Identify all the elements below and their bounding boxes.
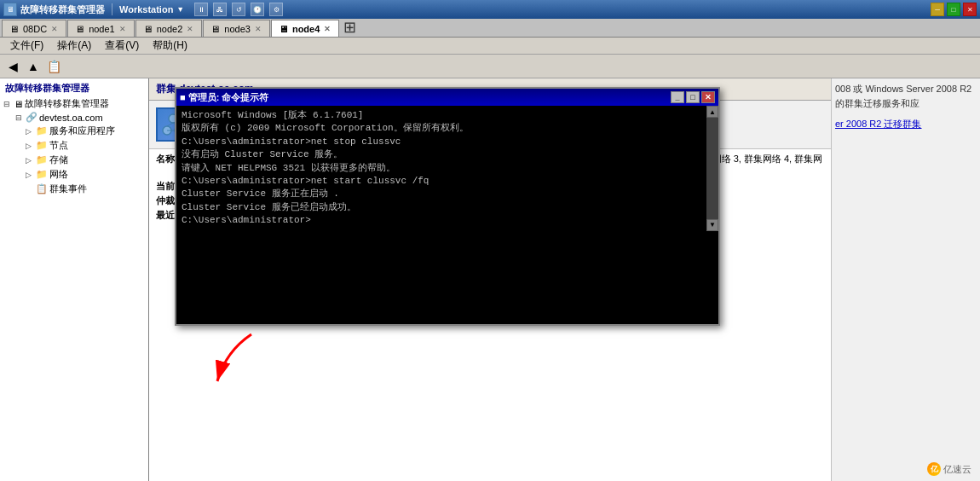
cmd-scroll-track	[706, 118, 718, 219]
clock-icon[interactable]: 🕐	[251, 3, 264, 16]
tab-08dc-close[interactable]: ✕	[50, 25, 59, 33]
menu-help[interactable]: 帮助(H)	[146, 37, 194, 55]
sidebar-item-nodes[interactable]: ▷ 📁 节点	[2, 138, 147, 153]
tab-node3-close[interactable]: ✕	[254, 25, 262, 33]
separator	[112, 3, 112, 15]
title-bar: 🖥 故障转移群集管理器 Workstation ▼ ⏸ 🖧 ↺ 🕐 ⚙ ─ □ …	[0, 0, 980, 19]
tab-node1[interactable]: 🖥 node1 ✕	[67, 20, 135, 37]
tab-node4[interactable]: 🖥 node4 ✕	[271, 20, 339, 37]
refresh-icon[interactable]: ↺	[232, 3, 245, 16]
tab-08dc[interactable]: 🖥 08DC ✕	[2, 20, 66, 37]
sidebar-item-services[interactable]: ▷ 📁 服务和应用程序	[2, 124, 147, 138]
cmd-window: ■ 管理员: 命令提示符 _ □ ✕ Microsoft Windows [版本…	[175, 87, 720, 326]
sidebar-item-network-label: 网络	[49, 168, 68, 181]
menu-action[interactable]: 操作(A)	[50, 37, 98, 55]
menu-view[interactable]: 查看(V)	[98, 37, 146, 55]
tab-node2-icon: 🖥	[143, 24, 153, 34]
arrow-indicator-2	[200, 326, 268, 397]
cmd-line-3: C:\Users\administrator>net stop clussvc	[182, 136, 701, 148]
expand-icon-root[interactable]: ⊟	[3, 100, 12, 108]
tab-node4-label: node4	[292, 24, 320, 34]
expand-icon-services[interactable]: ▷	[26, 127, 34, 136]
right-panel: 008 或 Windows Server 2008 R2 的群集迁移服务和应 e…	[831, 78, 980, 481]
cluster-icon: 🔗	[26, 112, 37, 123]
app-title: 故障转移群集管理器	[20, 3, 105, 16]
content-area: 群集 devtest.oa.com 群集 devtest 的摘要 devtest…	[149, 78, 831, 481]
cmd-maximize-btn[interactable]: □	[686, 91, 700, 103]
workstation-label: Workstation	[119, 4, 173, 14]
sidebar-item-network[interactable]: ▷ 📁 网络	[2, 167, 147, 182]
tab-add-btn[interactable]: ⊞	[343, 19, 356, 37]
workstation-dropdown[interactable]: ▼	[176, 5, 184, 14]
nodes-folder-icon: 📁	[36, 140, 48, 151]
sidebar-item-cluster-label: devtest.oa.com	[39, 113, 103, 123]
sidebar-item-root-label: 故障转移群集管理器	[25, 97, 109, 110]
expand-icon-network[interactable]: ▷	[26, 171, 34, 179]
toolbar-btn2[interactable]: ▲	[24, 57, 43, 76]
cmd-scrollbar[interactable]: ▲ ▼	[706, 106, 718, 231]
cmd-window-controls: _ □ ✕	[671, 91, 715, 103]
sidebar-header: 故障转移群集管理器	[2, 80, 147, 96]
cmd-scroll-up-btn[interactable]: ▲	[706, 106, 718, 118]
sidebar-item-events[interactable]: ▷ 📋 群集事件	[2, 182, 147, 196]
cmd-minimize-btn[interactable]: _	[671, 91, 684, 103]
menu-file[interactable]: 文件(F)	[3, 37, 50, 55]
cmd-line-13: C:\Users\administrator>	[182, 214, 701, 227]
window-controls: ─ □ ✕	[931, 3, 977, 16]
cmd-body[interactable]: Microsoft Windows [版本 6.1.7601] 版权所有 (c)…	[176, 106, 706, 231]
sidebar-item-services-label: 服务和应用程序	[49, 125, 115, 137]
sidebar-item-root[interactable]: ⊟ 🖥 故障转移群集管理器	[2, 96, 147, 111]
minimize-btn[interactable]: ─	[931, 3, 944, 16]
close-btn[interactable]: ✕	[963, 3, 977, 16]
tab-node3-icon: 🖥	[210, 24, 221, 34]
storage-folder-icon: 📁	[36, 154, 48, 165]
tab-08dc-label: 08DC	[23, 24, 47, 34]
tab-node2[interactable]: 🖥 node2 ✕	[135, 20, 203, 37]
cmd-titlebar: ■ 管理员: 命令提示符 _ □ ✕	[176, 89, 718, 106]
network-folder-icon: 📁	[36, 169, 48, 180]
cmd-title-text: ■ 管理员: 命令提示符	[180, 91, 671, 104]
tab-node1-label: node1	[89, 24, 115, 34]
cmd-content: Microsoft Windows [版本 6.1.7601] 版权所有 (c)…	[176, 106, 718, 231]
right-panel-link1[interactable]: er 2008 R2 迁移群集	[835, 117, 977, 132]
cmd-close-btn[interactable]: ✕	[701, 91, 715, 103]
sidebar-item-cluster[interactable]: ⊟ 🔗 devtest.oa.com	[2, 111, 147, 124]
network-icon[interactable]: 🖧	[213, 3, 227, 16]
menu-bar: 文件(F) 操作(A) 查看(V) 帮助(H)	[0, 38, 980, 55]
sidebar-item-events-label: 群集事件	[49, 183, 87, 195]
pause-icon[interactable]: ⏸	[194, 3, 208, 16]
tab-node3[interactable]: 🖥 node3 ✕	[203, 20, 270, 37]
tab-08dc-icon: 🖥	[9, 24, 20, 34]
events-icon: 📋	[36, 183, 48, 194]
toolbar: ◀ ▲ 📋	[0, 55, 980, 78]
bottom-logo: 亿 亿速云	[927, 462, 971, 476]
sidebar-item-storage[interactable]: ▷ 📁 存储	[2, 153, 147, 167]
sidebar: 故障转移群集管理器 ⊟ 🖥 故障转移群集管理器 ⊟ 🔗 devtest.oa.c…	[0, 78, 149, 481]
failover-icon: 🖥	[14, 99, 23, 109]
app-icon: 🖥	[3, 3, 17, 16]
expand-icon-nodes[interactable]: ▷	[26, 142, 34, 150]
cmd-line-9: Cluster Service 服务正在启动 .	[182, 188, 701, 200]
toolbar-btn3[interactable]: 📋	[44, 57, 63, 76]
services-folder-icon: 📁	[36, 125, 48, 136]
tab-node4-close[interactable]: ✕	[323, 25, 331, 33]
maximize-btn[interactable]: □	[947, 3, 960, 16]
tab-node1-close[interactable]: ✕	[118, 25, 127, 33]
tools-icon[interactable]: ⚙	[269, 3, 283, 16]
cmd-line-4: 没有启动 Cluster Service 服务。	[182, 148, 701, 161]
cmd-line-1: 版权所有 (c) 2009 Microsoft Corporation。保留所有…	[182, 122, 701, 135]
cmd-line-6: 请键入 NET HELPMSG 3521 以获得更多的帮助。	[182, 162, 701, 175]
toolbar-btn1[interactable]: ◀	[3, 57, 22, 76]
sidebar-item-storage-label: 存储	[49, 154, 68, 166]
expand-icon-storage[interactable]: ▷	[26, 156, 34, 165]
expand-icon-cluster[interactable]: ⊟	[15, 113, 24, 122]
tab-node4-icon: 🖥	[279, 24, 289, 34]
sidebar-item-nodes-label: 节点	[49, 139, 68, 152]
tab-node2-close[interactable]: ✕	[186, 25, 194, 33]
title-toolbar: ⏸ 🖧 ↺ 🕐 ⚙	[194, 3, 283, 16]
tab-node1-icon: 🖥	[75, 24, 85, 34]
logo-text: 亿速云	[943, 463, 971, 476]
logo-icon: 亿	[927, 462, 941, 476]
cmd-scroll-down-btn[interactable]: ▼	[706, 219, 718, 231]
cmd-line-0: Microsoft Windows [版本 6.1.7601]	[182, 109, 701, 122]
